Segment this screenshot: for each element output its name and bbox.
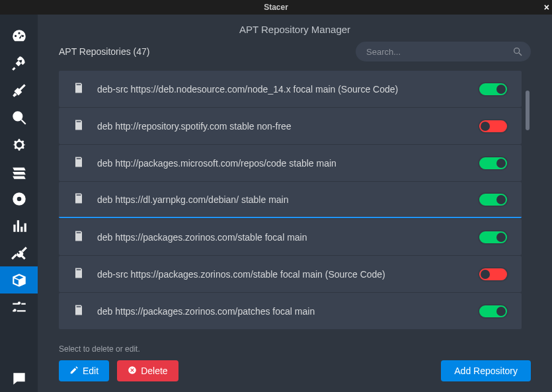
package-file-icon (72, 229, 85, 245)
sidebar-item-cleaner[interactable] (0, 77, 38, 104)
repo-row[interactable]: deb https://packages.zorinos.com/stable … (59, 219, 522, 255)
sidebar-item-startup[interactable] (0, 50, 38, 77)
sidebar-item-search[interactable] (0, 104, 38, 131)
scroll-thumb[interactable] (526, 91, 530, 130)
content-area: APT Repositories (47) deb-src https://de… (38, 42, 552, 392)
search-input[interactable] (356, 42, 531, 61)
window-body: APT Repository Manager APT Repositories … (0, 15, 552, 392)
sidebar-item-settings[interactable] (0, 294, 38, 321)
package-file-icon (72, 303, 85, 319)
search-field-wrap (356, 42, 531, 61)
sidebar-item-services[interactable] (0, 131, 38, 158)
repo-row[interactable]: deb http://repository.spotify.com stable… (59, 108, 522, 144)
close-icon[interactable]: × (544, 0, 549, 15)
edit-button-label: Edit (83, 366, 99, 376)
package-file-icon (72, 266, 85, 282)
repo-label: deb-src https://deb.nodesource.com/node_… (97, 84, 466, 95)
tools-icon (11, 245, 28, 262)
repo-toggle[interactable] (478, 304, 508, 319)
svg-line-5 (519, 53, 522, 56)
svg-point-0 (13, 112, 22, 120)
sidebar-item-processes[interactable] (0, 158, 38, 185)
svg-line-1 (21, 120, 26, 124)
sidebar-item-apt[interactable] (0, 266, 38, 294)
list-area: deb-src https://deb.nodesource.com/node_… (59, 71, 531, 335)
repo-toggle[interactable] (478, 192, 508, 207)
package-file-icon (72, 155, 85, 171)
repo-toggle[interactable] (478, 230, 508, 245)
layers-icon (11, 163, 28, 180)
list-scrollbar[interactable] (524, 71, 531, 335)
add-repository-label: Add Repository (454, 366, 518, 376)
search-icon (512, 46, 523, 57)
repo-row[interactable]: deb https://packages.zorinos.com/patches… (59, 293, 522, 329)
app-title: Stacer (264, 3, 288, 12)
list-title-prefix: APT Repositories (59, 46, 131, 57)
gears-icon (11, 136, 28, 153)
gauge-icon (11, 28, 28, 45)
list-header-row: APT Repositories (47) (59, 42, 531, 61)
sidebar-item-feedback[interactable] (0, 365, 38, 392)
repo-row[interactable]: deb http://packages.microsoft.com/repos/… (59, 145, 522, 181)
hint-text: Select to delete or edit. (59, 344, 531, 354)
rocket-icon (11, 55, 28, 72)
broom-icon (11, 82, 28, 99)
disc-icon (11, 190, 28, 208)
x-circle-icon (128, 366, 137, 377)
repo-label: deb http://packages.microsoft.com/repos/… (97, 158, 466, 169)
package-file-icon (72, 81, 85, 97)
repo-label: deb https://packages.zorinos.com/stable … (97, 232, 466, 243)
repo-row[interactable]: deb-src https://packages.zorinos.com/sta… (59, 256, 522, 292)
package-icon (11, 272, 28, 289)
chart-icon (11, 217, 28, 235)
edit-button[interactable]: Edit (59, 360, 109, 381)
package-file-icon (72, 192, 85, 208)
repo-label: deb-src https://packages.zorinos.com/sta… (97, 269, 466, 280)
repo-label: deb https://packages.zorinos.com/patches… (97, 306, 466, 317)
sidebar-item-uninstaller[interactable] (0, 185, 38, 212)
add-repository-button[interactable]: Add Repository (441, 360, 531, 381)
title-bar: Stacer × (0, 0, 552, 15)
repo-label: deb https://dl.yarnpkg.com/debian/ stabl… (97, 194, 466, 205)
package-file-icon (72, 118, 85, 134)
delete-button-label: Delete (141, 366, 167, 376)
repo-list: deb-src https://deb.nodesource.com/node_… (59, 71, 522, 335)
repo-toggle[interactable] (478, 267, 508, 282)
search-icon (11, 109, 28, 126)
page-title: APT Repository Manager (38, 15, 552, 42)
repo-toggle[interactable] (478, 119, 508, 134)
action-bar: Edit Delete Add Repository (59, 360, 531, 381)
repo-toggle[interactable] (478, 156, 508, 171)
repo-row[interactable]: deb https://dl.yarnpkg.com/debian/ stabl… (59, 182, 522, 218)
sidebar-item-helpers[interactable] (0, 239, 38, 266)
repo-row[interactable]: deb-src https://deb.nodesource.com/node_… (59, 71, 522, 107)
comment-icon (11, 370, 28, 387)
repo-label: deb http://repository.spotify.com stable… (97, 121, 466, 132)
delete-button[interactable]: Delete (117, 360, 178, 381)
sidebar-item-dashboard[interactable] (0, 22, 38, 50)
main-panel: APT Repository Manager APT Repositories … (38, 15, 552, 392)
sidebar-item-resources[interactable] (0, 212, 38, 239)
svg-point-3 (17, 196, 21, 201)
pencil-icon (69, 366, 79, 377)
list-title: APT Repositories (47) (59, 46, 150, 57)
list-count: 47 (136, 46, 147, 57)
svg-point-4 (514, 48, 520, 54)
sliders-icon (11, 299, 28, 316)
app-window: Stacer × (0, 0, 552, 392)
repo-toggle[interactable] (478, 82, 508, 97)
sidebar (0, 15, 38, 392)
